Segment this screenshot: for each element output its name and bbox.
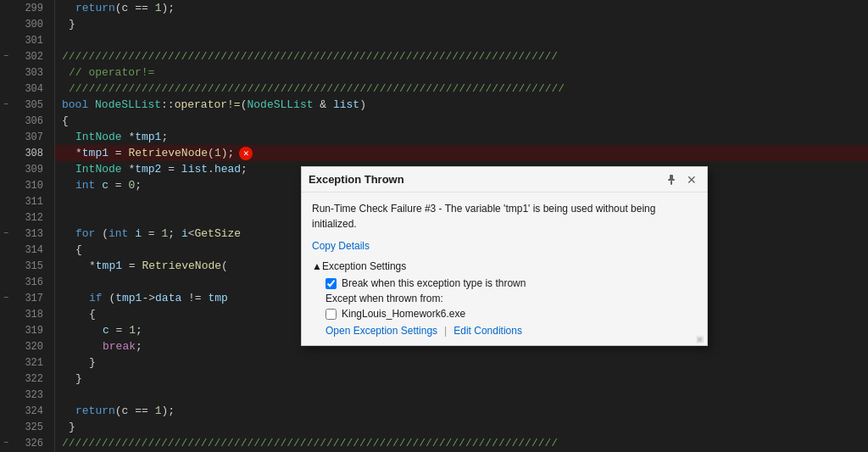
collapse-326[interactable]: − bbox=[0, 435, 12, 451]
code-text: } bbox=[69, 421, 75, 433]
var-tmp1c: tmp1 bbox=[96, 259, 122, 272]
line-num-305: 305 bbox=[12, 99, 50, 111]
code-text: ; bbox=[135, 179, 142, 192]
collapse-313[interactable]: − bbox=[0, 226, 12, 242]
var-list2: list bbox=[181, 163, 208, 176]
code-text: } bbox=[89, 356, 96, 369]
line-num-307: 307 bbox=[12, 131, 50, 143]
var-tmp2: tmp2 bbox=[135, 163, 161, 176]
code-text: * bbox=[122, 163, 136, 176]
gutter-row-303: 303 bbox=[0, 64, 54, 81]
collapse-324 bbox=[0, 403, 12, 419]
code-text: ); bbox=[161, 2, 175, 14]
collapse-323 bbox=[0, 387, 12, 403]
line-num-326: 326 bbox=[12, 438, 50, 449]
edit-conditions-link[interactable]: Edit Conditions bbox=[453, 325, 522, 337]
collapse-307 bbox=[0, 129, 12, 145]
code-text: ); bbox=[161, 405, 175, 417]
gutter-row-318: 318 bbox=[0, 306, 54, 322]
code-line-301 bbox=[55, 32, 868, 48]
code-line-305: bool NodeSLList :: operator!= ( NodeSLLi… bbox=[55, 97, 868, 113]
exception-settings-header[interactable]: ▲ Exception Settings bbox=[312, 260, 697, 272]
line-num-310: 310 bbox=[12, 180, 50, 192]
keyword-for: for bbox=[75, 227, 95, 240]
num-0: 0 bbox=[128, 179, 135, 192]
line-num-301: 301 bbox=[12, 35, 50, 47]
comment-bar3: ////////////////////////////////////////… bbox=[62, 437, 558, 449]
popup-close-button[interactable]: ✕ bbox=[683, 171, 700, 188]
line-num-306: 306 bbox=[12, 115, 50, 127]
keyword-if: if bbox=[89, 292, 103, 304]
line-num-309: 309 bbox=[12, 164, 50, 176]
line-num-319: 319 bbox=[12, 325, 50, 337]
keyword-bool: bool bbox=[62, 98, 88, 111]
section-triangle: ▲ bbox=[312, 260, 322, 272]
collapse-306 bbox=[0, 113, 12, 129]
code-text: { bbox=[62, 114, 69, 127]
gutter-row-321: 321 bbox=[0, 354, 54, 371]
gutter-row-323: 323 bbox=[0, 387, 54, 403]
collapse-318 bbox=[0, 306, 12, 322]
code-text: { bbox=[75, 243, 82, 256]
collapse-317[interactable]: − bbox=[0, 290, 12, 306]
code-line-321: } bbox=[55, 354, 868, 371]
line-num-324: 324 bbox=[12, 405, 50, 417]
separator: | bbox=[444, 325, 447, 337]
popup-resize-handle[interactable]: ▣ bbox=[696, 334, 704, 343]
line-num-304: 304 bbox=[12, 83, 50, 95]
gutter-row-300: 300 bbox=[0, 16, 54, 32]
break-when-thrown-row: Break when this exception type is thrown bbox=[326, 277, 697, 289]
code-text: ( bbox=[208, 147, 214, 159]
var-i2: i bbox=[181, 227, 188, 240]
code-text: = bbox=[161, 163, 181, 176]
gutter-row-324: 324 bbox=[0, 403, 54, 419]
gutter-row-308: 308 bbox=[0, 145, 54, 161]
break-when-thrown-label: Break when this exception type is thrown bbox=[342, 277, 526, 289]
collapse-299 bbox=[0, 0, 12, 16]
code-text: ; bbox=[136, 340, 142, 353]
exe-checkbox[interactable] bbox=[326, 309, 337, 320]
comment-bar: ////////////////////////////////////////… bbox=[62, 50, 558, 63]
collapse-314 bbox=[0, 242, 12, 258]
code-line-302: ////////////////////////////////////////… bbox=[55, 48, 868, 64]
exe-checkbox-row: KingLouis_Homework6.exe bbox=[326, 308, 697, 320]
code-text: = bbox=[108, 147, 128, 159]
collapse-316 bbox=[0, 274, 12, 290]
var-i: i bbox=[135, 227, 142, 240]
code-line-304: ////////////////////////////////////////… bbox=[55, 81, 868, 97]
gutter-row-306: 306 bbox=[0, 113, 54, 129]
popup-pin-button[interactable] bbox=[663, 171, 680, 188]
type-intnode2: IntNode bbox=[75, 163, 122, 176]
collapse-311 bbox=[0, 193, 12, 209]
collapse-305[interactable]: − bbox=[0, 97, 12, 113]
var-tmp1b: tmp1 bbox=[82, 147, 108, 159]
code-line-308: * tmp1 = RetrieveNode ( 1 ); ✕ bbox=[55, 145, 868, 161]
code-text: ( bbox=[103, 292, 116, 304]
copy-details-link[interactable]: Copy Details bbox=[312, 240, 697, 252]
collapse-302[interactable]: − bbox=[0, 48, 12, 64]
code-text: = bbox=[142, 227, 161, 240]
editor-container: 299 300 301 − 302 303 304 − 305 bbox=[0, 0, 868, 452]
collapse-322 bbox=[0, 371, 12, 387]
gutter-row-326: − 326 bbox=[0, 435, 54, 451]
gutter-row-319: 319 bbox=[0, 322, 54, 338]
break-when-thrown-checkbox[interactable] bbox=[326, 278, 337, 289]
line-num-325: 325 bbox=[12, 421, 50, 433]
code-text: ( bbox=[95, 227, 108, 240]
code-text: } bbox=[69, 18, 75, 31]
var-data: data bbox=[155, 292, 181, 304]
code-text: ) bbox=[359, 98, 366, 111]
code-line-324: return (c == 1 ); bbox=[55, 403, 868, 419]
gutter-row-315: 315 bbox=[0, 258, 54, 274]
code-text: ; bbox=[168, 227, 181, 240]
gutter-row-325: 325 bbox=[0, 419, 54, 435]
open-exception-settings-link[interactable]: Open Exception Settings bbox=[326, 325, 437, 337]
gutter-row-307: 307 bbox=[0, 129, 54, 145]
code-text: != bbox=[181, 292, 208, 304]
svg-rect-2 bbox=[670, 181, 672, 185]
line-num-316: 316 bbox=[12, 276, 50, 288]
svg-rect-1 bbox=[668, 179, 675, 181]
line-num-322: 322 bbox=[12, 373, 50, 385]
var-tmp1: tmp1 bbox=[135, 131, 161, 143]
line-num-308: 308 bbox=[12, 148, 50, 159]
